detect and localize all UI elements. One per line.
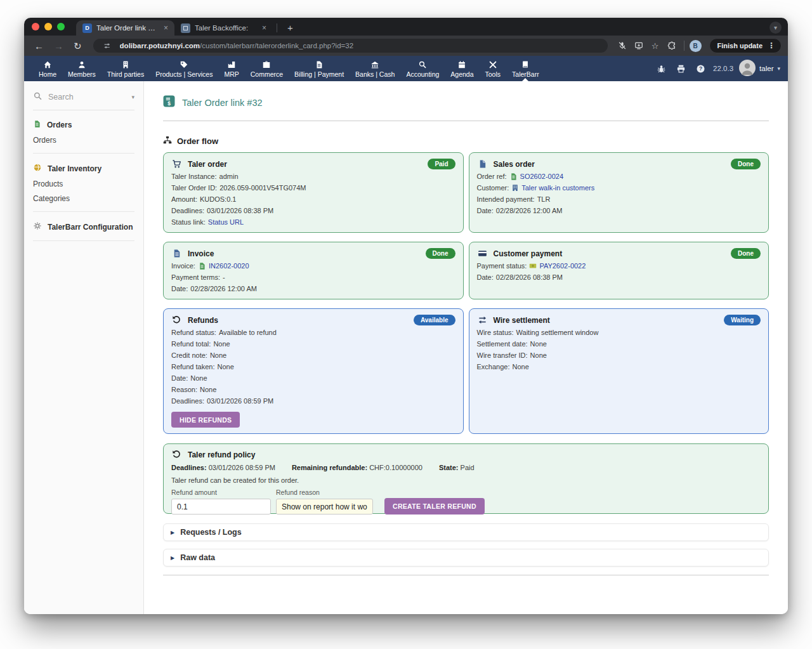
link-pay2602-0022[interactable]: PAY2602-0022 <box>539 261 586 270</box>
menu-divider <box>33 240 134 241</box>
print-icon[interactable] <box>674 62 688 75</box>
link-status-url[interactable]: Status URL <box>208 218 244 226</box>
menu-search[interactable]: ▾ <box>33 91 134 110</box>
menu-divider <box>33 211 134 212</box>
undo-icon <box>171 315 182 325</box>
magnifier-icon <box>418 60 427 69</box>
nav-item-tools[interactable]: Tools <box>480 56 507 81</box>
dolibarr-navbar: HomeMembersThird partiesProducts | Servi… <box>24 56 788 81</box>
bookmark-star-icon[interactable]: ☆ <box>648 39 662 53</box>
search-options-caret-icon[interactable]: ▾ <box>131 94 134 100</box>
card-title: Customer payment <box>494 249 563 258</box>
svg-text:$: $ <box>167 100 171 107</box>
new-tab-button[interactable]: + <box>281 22 299 36</box>
factory-icon <box>227 60 236 69</box>
user-menu[interactable]: taler ▾ <box>739 60 780 77</box>
desktop: { "browser": { "tabs": [ { "title": "Tal… <box>0 0 812 649</box>
site-settings-icon[interactable] <box>101 39 115 53</box>
card-line: Order ref:SO2602-0024 <box>477 172 761 181</box>
card-line: Date:02/28/2026 12:00 AM <box>477 206 761 215</box>
menu-section-taler-inventory: Taler InventoryProductsCategories <box>33 163 134 212</box>
menu-section-title[interactable]: TalerBarr Configuration <box>33 221 134 232</box>
card-line: Status link:Status URL <box>171 218 455 226</box>
tab-search-chevron-icon[interactable]: ▾ <box>769 22 782 34</box>
taler-order-icon: $ <box>163 95 175 110</box>
menu-section-title[interactable]: Taler Inventory <box>33 163 134 174</box>
browser-menu-icon[interactable]: ⋮ <box>768 41 775 50</box>
card-title: Taler order <box>188 160 227 169</box>
minimize-window-button[interactable] <box>44 23 52 30</box>
tab-close-icon[interactable]: × <box>261 23 268 32</box>
finish-update-button[interactable]: Finish update ⋮ <box>709 38 782 53</box>
status-badge: Waiting <box>724 315 761 325</box>
nav-item-agenda[interactable]: Agenda <box>445 56 479 81</box>
refund-amount-input[interactable] <box>171 499 271 515</box>
back-button[interactable]: ← <box>30 41 48 51</box>
tab-taler-backoffice[interactable]: Taler Backoffice: × <box>174 20 273 36</box>
close-window-button[interactable] <box>32 23 39 30</box>
install-app-icon[interactable] <box>632 39 646 53</box>
tab-separator <box>277 23 277 32</box>
menu-link-categories[interactable]: Categories <box>33 194 134 203</box>
nav-item-banks-cash[interactable]: Banks | Cash <box>350 56 400 81</box>
card-line: Date:None <box>171 374 455 383</box>
title-separator <box>163 121 769 121</box>
refund-reason-input[interactable] <box>276 499 373 515</box>
help-icon[interactable]: ? <box>693 62 707 75</box>
zoom-window-button[interactable] <box>57 23 65 30</box>
card-line: Deadlines:03/01/2026 08:38 PM <box>171 206 455 215</box>
nav-item-third-parties[interactable]: Third parties <box>102 56 150 81</box>
address-bar[interactable]: dolibarr.potuzhnyi.com/custom/talerbarr/… <box>93 39 608 53</box>
status-badge: Done <box>731 248 761 259</box>
reload-button[interactable]: ↻ <box>70 41 86 51</box>
window-controls <box>32 18 65 36</box>
nav-item-talerbarr[interactable]: TalerBarr <box>506 56 545 81</box>
menu-section-title[interactable]: Orders <box>33 120 134 130</box>
card-line: Refund status:Available to refund <box>171 328 455 337</box>
bill-icon <box>315 60 324 69</box>
card-line: Customer:Taler walk-in customers <box>477 183 761 192</box>
refund-reason-label: Refund reason <box>276 488 373 496</box>
nav-item-mrp[interactable]: MRP <box>218 56 244 81</box>
exchange-icon <box>477 315 488 325</box>
invoice-icon <box>171 249 182 258</box>
create-taler-refund-button[interactable]: CREATE TALER REFUND <box>384 498 485 515</box>
tag-icon <box>180 60 188 69</box>
link-in2602-0020[interactable]: IN2602-0020 <box>209 261 249 270</box>
nav-item-billing-payment[interactable]: Billing | Payment <box>289 56 350 81</box>
card-invoice: InvoiceDoneInvoice:IN2602-0020Payment te… <box>163 242 464 299</box>
tab-taler-order-link[interactable]: D Taler Order link #32 × <box>76 20 174 36</box>
card-line: Reason:None <box>171 385 455 394</box>
home-icon <box>43 60 52 69</box>
card-line: Date:02/28/2026 12:00 AM <box>171 284 455 293</box>
nav-item-commerce[interactable]: Commerce <box>245 56 289 81</box>
card-title: Sales order <box>494 160 535 169</box>
version-label: 22.0.3 <box>713 65 733 72</box>
menu-link-products[interactable]: Products <box>33 180 134 188</box>
nav-item-accounting[interactable]: Accounting <box>400 56 445 81</box>
status-badge: Done <box>731 159 761 169</box>
hide-refunds-button[interactable]: HIDE REFUNDS <box>171 412 240 428</box>
collapsible-requests-logs[interactable]: ▶Requests / Logs <box>163 523 769 541</box>
forward-button[interactable]: → <box>50 41 67 51</box>
link-so2602-0024[interactable]: SO2602-0024 <box>520 172 564 181</box>
mic-blocked-icon[interactable] <box>615 39 629 53</box>
undo-icon <box>171 450 182 459</box>
nav-item-home[interactable]: Home <box>33 56 62 81</box>
tab-close-icon[interactable]: × <box>162 23 169 32</box>
card-line: Payment status:PAY2602-0022 <box>477 261 761 270</box>
nav-item-members[interactable]: Members <box>62 56 102 81</box>
collapsible-raw-data[interactable]: ▶Raw data <box>163 549 769 567</box>
card-sales-order: Sales orderDoneOrder ref:SO2602-0024Cust… <box>469 152 769 233</box>
extensions-icon[interactable] <box>665 39 679 53</box>
link-taler-walk-in-customers[interactable]: Taler walk-in customers <box>521 183 594 192</box>
status-badge: Paid <box>428 159 455 169</box>
order-flow-heading: Order flow <box>177 136 218 146</box>
browser-window: D Taler Order link #32 × Taler Backoffic… <box>24 18 788 614</box>
nav-item-products-services[interactable]: Products | Services <box>150 56 218 81</box>
search-input[interactable] <box>47 92 127 102</box>
debug-bug-icon[interactable] <box>654 62 668 75</box>
menu-link-orders[interactable]: Orders <box>33 136 134 145</box>
tab-title: Taler Backoffice: <box>195 24 256 32</box>
browser-profile-avatar[interactable]: B <box>690 40 702 52</box>
